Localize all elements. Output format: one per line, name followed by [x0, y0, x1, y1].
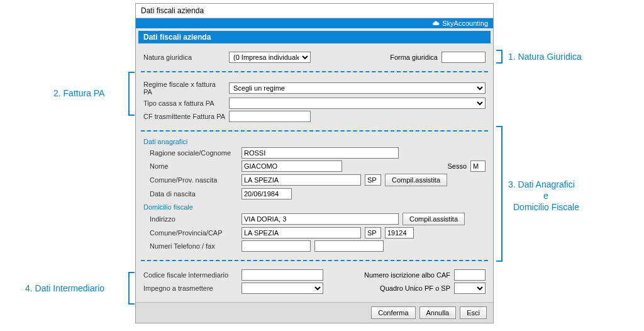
callout-3a: 3. Dati Anagrafici [508, 179, 575, 189]
cf-intermediario-label: Codice fiscale intermediario [143, 271, 238, 279]
cf-intermediario-input[interactable] [242, 269, 323, 281]
sesso-input[interactable] [470, 160, 486, 172]
ragione-input[interactable] [242, 147, 399, 159]
dialog-footer: Conferma Annulla Esci [136, 302, 493, 323]
forma-input[interactable] [441, 52, 486, 63]
quadro-label: Quadro Unico PF o SP [380, 284, 450, 292]
callout-3c: Domicilio Fiscale [513, 202, 579, 212]
brand-text: SkyAccounting [442, 20, 488, 27]
comune-domicilio-label: Comune/Provincia/CAP [143, 229, 238, 237]
bracket [128, 72, 135, 116]
fiscal-data-dialog: Dati fiscali azienda SkyAccounting Dati … [135, 3, 494, 323]
comune-nascita-label: Comune/Prov. nascita [143, 176, 238, 184]
nome-label: Nome [143, 162, 238, 170]
fax-input[interactable] [314, 240, 384, 252]
anagrafici-domicilio-panel: Dati anagrafici Ragione sociale/Cognome … [138, 134, 491, 257]
section-header: Dati fiscali azienda [138, 31, 491, 43]
compil-assistita-domicilio-button[interactable]: Compil.assistita [402, 213, 465, 225]
impegno-label: Impegno a trasmettere [143, 284, 238, 292]
regime-select[interactable]: Scegli un regime [229, 82, 486, 94]
callout-3b: e [543, 191, 548, 201]
data-nascita-input[interactable] [242, 188, 292, 199]
quadro-select[interactable] [454, 283, 486, 294]
callout-4: 4. Dati Intermediario [25, 283, 104, 293]
impegno-select[interactable] [242, 283, 323, 294]
anagrafici-group-label: Dati anagrafici [143, 138, 486, 145]
divider [141, 260, 488, 261]
brand-bar: SkyAccounting [136, 18, 493, 28]
forma-label: Forma giuridica [390, 53, 438, 61]
natura-panel: Natura giuridica (0 Impresa individuale … [138, 46, 491, 69]
annulla-button[interactable]: Annulla [419, 306, 457, 319]
bracket [496, 126, 502, 262]
divider [141, 71, 488, 72]
callout-1: 1. Natura Giuridica [508, 52, 582, 62]
telefono-label: Numeri Telefono / fax [143, 242, 238, 250]
conferma-button[interactable]: Conferma [371, 306, 415, 319]
comune-nascita-input[interactable] [242, 174, 361, 186]
caf-label: Numero iscrizione albo CAF [364, 271, 450, 279]
cassa-select[interactable] [229, 98, 486, 109]
telefono-input[interactable] [242, 240, 311, 252]
natura-select[interactable]: (0 Impresa individuale [229, 52, 311, 63]
regime-label: Regime fiscale x fattura PA [143, 81, 225, 96]
intermediario-panel: Codice fiscale intermediario Numero iscr… [138, 264, 491, 300]
ragione-label: Ragione sociale/Cognome [143, 149, 238, 157]
indirizzo-input[interactable] [242, 213, 399, 225]
cap-input[interactable] [385, 227, 414, 238]
bracket [496, 50, 502, 64]
prov-domicilio-input[interactable] [365, 227, 381, 238]
compil-assistita-anagrafici-button[interactable]: Compil.assistita [385, 174, 447, 186]
cf-trasmittente-input[interactable] [229, 111, 311, 122]
prov-nascita-input[interactable] [365, 174, 381, 186]
natura-label: Natura giuridica [143, 53, 225, 61]
divider [141, 130, 488, 132]
cassa-label: Tipo cassa x fattura PA [143, 99, 225, 107]
esci-button[interactable]: Esci [460, 306, 487, 319]
caf-input[interactable] [454, 269, 486, 281]
window-title: Dati fiscali azienda [136, 4, 493, 18]
domicilio-group-label: Domicilio fiscale [143, 203, 486, 211]
nome-input[interactable] [242, 160, 342, 172]
cf-trasmittente-label: CF trasmittente Fattura PA [143, 113, 225, 120]
comune-domicilio-input[interactable] [242, 227, 361, 238]
sesso-label: Sesso [447, 162, 467, 170]
data-nascita-label: Data di nascita [143, 190, 238, 198]
cloud-icon [432, 20, 440, 27]
indirizzo-label: Indirizzo [143, 215, 238, 223]
callout-2: 2. Fattura PA [53, 88, 104, 98]
bracket [128, 272, 135, 305]
fatturapa-panel: Regime fiscale x fattura PA Scegli un re… [138, 75, 491, 128]
